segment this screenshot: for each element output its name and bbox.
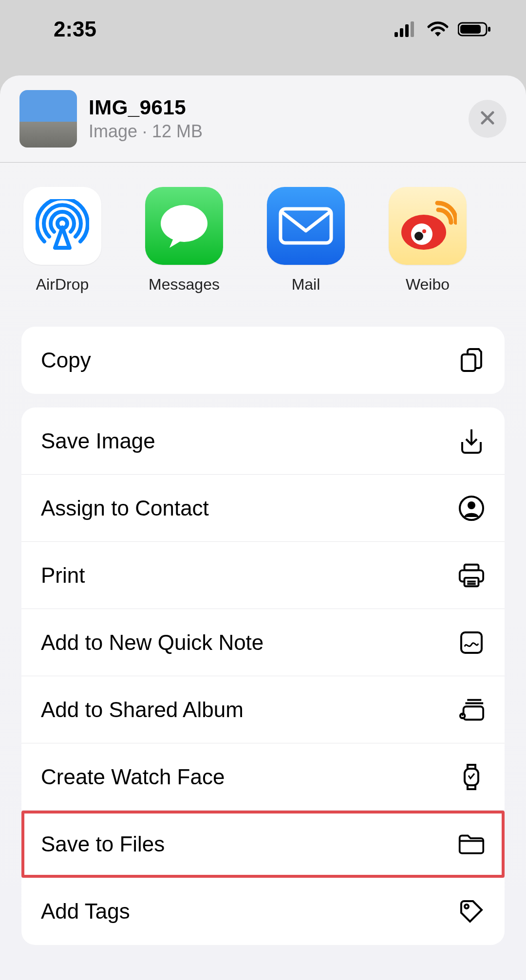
file-name: IMG_9615	[89, 96, 469, 119]
share-sheet-header: IMG_9615 Image · 12 MB	[0, 75, 526, 163]
svg-point-18	[468, 501, 475, 509]
action-label: Assign to Contact	[41, 496, 209, 520]
file-meta: IMG_9615 Image · 12 MB	[89, 96, 469, 142]
svg-rect-11	[281, 209, 331, 243]
action-copy[interactable]: Copy	[21, 327, 505, 394]
svg-point-14	[414, 232, 423, 240]
svg-rect-2	[405, 24, 409, 37]
svg-rect-6	[488, 27, 490, 32]
action-add-shared-album[interactable]: Add to Shared Album	[21, 676, 505, 743]
weibo-icon	[389, 187, 467, 265]
action-add-tags[interactable]: Add Tags	[21, 878, 505, 945]
status-right	[394, 21, 492, 37]
share-app-messages[interactable]: Messages	[145, 187, 223, 294]
svg-rect-0	[394, 32, 398, 37]
action-label: Save Image	[41, 429, 155, 453]
share-app-weibo[interactable]: Weibo	[389, 187, 467, 294]
copy-icon	[458, 347, 485, 374]
file-thumbnail[interactable]	[19, 90, 77, 148]
action-save-to-files[interactable]: Save to Files	[21, 811, 505, 878]
action-add-quick-note[interactable]: Add to New Quick Note	[21, 609, 505, 676]
printer-icon	[458, 562, 485, 589]
action-label: Save to Files	[41, 832, 165, 856]
action-label: Copy	[41, 348, 91, 372]
cellular-icon	[394, 21, 418, 37]
action-create-watch-face[interactable]: Create Watch Face	[21, 743, 505, 811]
svg-point-32	[465, 905, 469, 908]
folder-icon	[458, 831, 485, 858]
watch-icon	[458, 763, 485, 791]
action-assign-contact[interactable]: Assign to Contact	[21, 475, 505, 542]
svg-rect-16	[462, 354, 475, 371]
airdrop-icon	[23, 187, 101, 265]
quick-note-icon	[458, 629, 485, 656]
share-apps-row[interactable]: AirDrop Messages Mail	[0, 163, 526, 313]
action-label: Add to Shared Album	[41, 698, 244, 722]
action-label: Print	[41, 563, 85, 588]
mail-icon	[267, 187, 345, 265]
close-button[interactable]	[469, 100, 507, 138]
status-bar: 2:35	[0, 0, 526, 54]
app-label: AirDrop	[36, 276, 89, 294]
actions-group-1: Copy	[21, 327, 505, 394]
app-label: Mail	[292, 276, 320, 294]
actions-container: Copy Save Image	[0, 327, 526, 945]
contact-icon	[458, 495, 485, 522]
svg-rect-5	[460, 25, 481, 34]
share-app-airdrop[interactable]: AirDrop	[23, 187, 101, 294]
close-icon	[479, 109, 496, 129]
action-print[interactable]: Print	[21, 542, 505, 609]
app-label: Weibo	[406, 276, 450, 294]
download-icon	[458, 427, 485, 455]
actions-group-2: Save Image Assign to Contact	[21, 407, 505, 945]
battery-icon	[458, 21, 492, 37]
status-time: 2:35	[54, 17, 96, 41]
svg-point-15	[422, 229, 426, 233]
share-app-mail[interactable]: Mail	[267, 187, 345, 294]
messages-icon	[145, 187, 223, 265]
device-frame: 2:35	[0, 0, 526, 980]
action-label: Add Tags	[41, 899, 130, 924]
svg-rect-1	[400, 28, 403, 37]
app-label: Messages	[149, 276, 220, 294]
svg-point-10	[161, 205, 207, 242]
file-subtitle: Image · 12 MB	[89, 121, 469, 142]
svg-point-29	[462, 714, 464, 716]
action-label: Create Watch Face	[41, 765, 225, 789]
action-label: Add to New Quick Note	[41, 630, 263, 655]
svg-rect-3	[411, 21, 414, 37]
shared-album-icon	[458, 696, 485, 723]
share-sheet: IMG_9615 Image · 12 MB	[0, 75, 526, 980]
svg-rect-27	[464, 706, 484, 720]
action-save-image[interactable]: Save Image	[21, 407, 505, 475]
wifi-icon	[427, 21, 449, 37]
svg-rect-24	[461, 632, 482, 653]
tag-icon	[458, 898, 485, 925]
